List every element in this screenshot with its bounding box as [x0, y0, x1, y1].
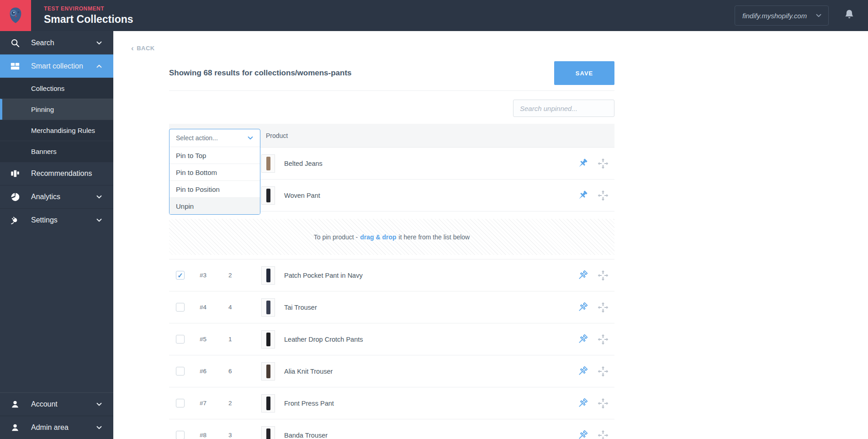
row-position: #5 [200, 336, 213, 343]
user-icon [10, 399, 21, 409]
row-count: 1 [228, 336, 247, 343]
pie-chart-icon [10, 192, 21, 202]
back-label: BACK [137, 45, 155, 52]
sidebar-item-label: Search [31, 39, 95, 47]
menu-item-pin-to-bottom[interactable]: Pin to Bottom [169, 164, 260, 180]
chevron-down-icon [95, 39, 103, 47]
pin-icon-pinned[interactable] [577, 190, 588, 201]
product-name: Front Press Pant [284, 400, 334, 407]
row-position: #6 [200, 368, 213, 375]
chevron-down-icon [95, 193, 103, 201]
plug-icon [10, 215, 21, 225]
search-unpinned-box [513, 100, 614, 117]
dropzone-text: it here from the list below [399, 233, 470, 241]
row-checkbox[interactable]: ✓ [176, 303, 185, 312]
table-row: ✓ #6 6 Alia Knit Trouser [169, 355, 614, 387]
sidebar-item-settings[interactable]: Settings [0, 208, 113, 232]
pin-icon-outline[interactable] [577, 429, 588, 439]
product-name: Belted Jeans [284, 160, 323, 167]
row-checkbox[interactable]: ✓ [176, 271, 185, 280]
action-select-dropdown: Select action... Pin to Top Pin to Botto… [169, 129, 260, 215]
main-content: ‹ BACK Showing 68 results for collection… [113, 31, 868, 439]
store-selector[interactable]: findify.myshopify.com [735, 5, 829, 26]
sidebar-item-label: Recommendations [31, 169, 103, 178]
pin-icon-outline[interactable] [577, 301, 588, 313]
pin-icon-outline[interactable] [577, 333, 588, 345]
user-icon [10, 423, 21, 433]
chevron-left-icon: ‹ [131, 45, 134, 51]
menu-item-pin-to-top[interactable]: Pin to Top [169, 147, 260, 164]
chevron-down-icon [95, 216, 103, 224]
sidebar-item-account[interactable]: Account [0, 392, 113, 416]
pin-icon-pinned[interactable] [577, 158, 588, 169]
sidebar-item-search[interactable]: Search [0, 31, 113, 54]
menu-item-unpin[interactable]: Unpin [169, 197, 260, 214]
product-name: Patch Pocket Pant in Navy [284, 272, 363, 279]
back-button[interactable]: ‹ BACK [131, 45, 155, 52]
sidebar-subitem-label: Banners [31, 148, 57, 155]
move-handle-icon[interactable] [597, 158, 609, 169]
search-unpinned-input[interactable] [520, 105, 612, 112]
row-position: #4 [200, 304, 213, 311]
collections-grid-icon [10, 61, 21, 71]
row-checkbox[interactable]: ✓ [176, 367, 185, 376]
product-name: Banda Trouser [284, 432, 328, 439]
product-name: Woven Pant [284, 192, 320, 199]
table-row: ✓ #4 4 Tai Trouser [169, 291, 614, 323]
notifications-bell-icon[interactable] [843, 9, 855, 22]
row-count: 6 [228, 368, 247, 375]
store-selector-value: findify.myshopify.com [742, 12, 815, 20]
sidebar-item-label: Admin area [31, 423, 95, 432]
sidebar-item-smart-collection[interactable]: Smart collection [0, 54, 113, 78]
save-button[interactable]: SAVE [554, 61, 614, 85]
sidebar-item-analytics[interactable]: Analytics [0, 185, 113, 208]
columns-icon [10, 169, 21, 179]
sidebar-subitem-label: Merchandising Rules [31, 127, 95, 134]
product-name: Alia Knit Trouser [284, 368, 333, 375]
move-handle-icon[interactable] [597, 429, 609, 439]
row-checkbox[interactable]: ✓ [176, 399, 185, 407]
sidebar-item-recommendations[interactable]: Recommendations [0, 162, 113, 185]
pin-icon-outline[interactable] [577, 365, 588, 377]
check-icon: ✓ [177, 272, 183, 279]
sidebar-subitem-collections[interactable]: Collections [0, 78, 113, 99]
product-thumbnail [261, 362, 275, 381]
pin-dropzone[interactable]: To pin product - drag & drop it here fro… [169, 219, 614, 255]
move-handle-icon[interactable] [597, 301, 609, 313]
sidebar-item-admin-area[interactable]: Admin area [0, 416, 113, 439]
row-checkbox[interactable]: ✓ [176, 335, 185, 344]
product-thumbnail [261, 426, 275, 439]
pin-icon-outline[interactable] [577, 397, 588, 409]
menu-item-pin-to-position[interactable]: Pin to Position [169, 180, 260, 197]
product-thumbnail [261, 154, 275, 173]
row-count: 2 [228, 400, 247, 407]
sidebar-subitem-banners[interactable]: Banners [0, 141, 113, 162]
move-handle-icon[interactable] [597, 365, 609, 377]
sidebar-item-label: Account [31, 400, 95, 408]
action-select-trigger[interactable]: Select action... [169, 129, 260, 147]
table-row: ✓ #8 3 Banda Trouser [169, 419, 614, 439]
row-position: #8 [200, 432, 213, 439]
sidebar-subitem-pinning[interactable]: Pinning [0, 99, 113, 120]
row-checkbox[interactable]: ✓ [176, 431, 185, 439]
table-row: ✓ #3 2 Patch Pocket Pant in Navy [169, 259, 614, 291]
owl-logo-icon [5, 5, 26, 26]
row-count: 3 [228, 432, 247, 439]
drag-drop-link: drag & drop [360, 233, 396, 241]
environment-badge: TEST ENVIRONMENT [44, 5, 133, 12]
product-thumbnail [261, 266, 275, 285]
search-icon [10, 38, 21, 48]
move-handle-icon[interactable] [597, 190, 609, 201]
action-select-placeholder: Select action... [176, 134, 246, 142]
move-handle-icon[interactable] [597, 270, 609, 281]
sidebar-subitem-merchandising-rules[interactable]: Merchandising Rules [0, 120, 113, 141]
sidebar: Search Smart collection Collections Pinn… [0, 31, 113, 439]
pin-icon-outline[interactable] [577, 270, 588, 281]
move-handle-icon[interactable] [597, 397, 609, 409]
row-count: 2 [228, 272, 247, 279]
table-row: ✓ #7 2 Front Press Pant [169, 387, 614, 419]
findify-logo [0, 0, 31, 31]
move-handle-icon[interactable] [597, 333, 609, 345]
results-summary: Showing 68 results for collections/women… [169, 69, 352, 78]
product-thumbnail [261, 298, 275, 317]
